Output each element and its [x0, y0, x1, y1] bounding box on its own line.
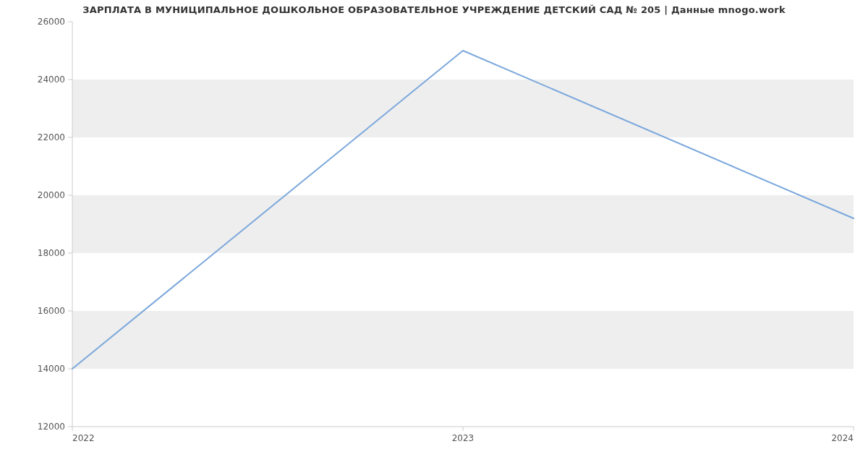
grid-band: [72, 195, 854, 253]
chart-title: ЗАРПЛАТА В МУНИЦИПАЛЬНОЕ ДОШКОЛЬНОЕ ОБРА…: [0, 4, 868, 15]
x-tick-label: 2022: [72, 433, 95, 443]
grid-band: [72, 311, 854, 369]
y-tick-label: 16000: [38, 306, 65, 316]
y-tick-label: 18000: [38, 248, 65, 258]
y-tick-label: 14000: [38, 364, 65, 374]
y-tick-label: 12000: [38, 422, 65, 432]
x-tick-label: 2023: [452, 433, 475, 443]
line-chart: 1200014000160001800020000220002400026000…: [0, 0, 868, 470]
x-tick-label: 2024: [831, 433, 854, 443]
y-tick-label: 24000: [38, 74, 65, 85]
y-tick-label: 26000: [38, 17, 65, 27]
chart-container: ЗАРПЛАТА В МУНИЦИПАЛЬНОЕ ДОШКОЛЬНОЕ ОБРА…: [0, 0, 868, 470]
y-tick-label: 20000: [38, 190, 65, 200]
y-tick-label: 22000: [38, 132, 65, 142]
grid-band: [72, 80, 854, 137]
